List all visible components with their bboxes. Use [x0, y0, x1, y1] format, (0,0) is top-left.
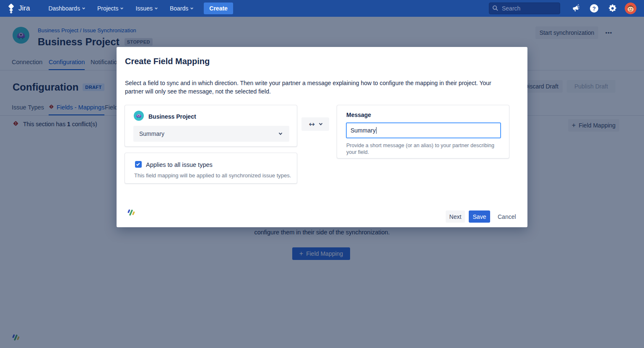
- dialog-description: Select a field to sync and in which dire…: [125, 79, 498, 96]
- source-project-name: Business Project: [148, 113, 196, 120]
- top-navigation: Jira Dashboards Projects Issues Boards C…: [0, 0, 644, 17]
- chevron-down-icon: [82, 6, 85, 9]
- chevron-down-icon: [279, 131, 282, 135]
- nav-boards[interactable]: Boards: [170, 5, 193, 12]
- cancel-button[interactable]: Cancel: [495, 210, 519, 223]
- source-field-card: Business Project Summary: [125, 105, 297, 147]
- save-button[interactable]: Save: [469, 210, 490, 223]
- chevron-down-icon: [155, 6, 158, 9]
- applies-label[interactable]: Applies to all issue types: [146, 161, 213, 168]
- search-box: [489, 3, 560, 14]
- sync-direction-select[interactable]: ↔: [301, 117, 329, 131]
- chevron-down-icon: [120, 6, 123, 9]
- applies-checkbox[interactable]: [135, 161, 142, 168]
- applies-helper-text: This field mapping will be applied to al…: [134, 172, 291, 179]
- search-input[interactable]: [489, 3, 560, 14]
- message-card: Message Summary Provide a short message …: [337, 105, 509, 158]
- next-button[interactable]: Next: [446, 210, 465, 223]
- field-select-value: Summary: [139, 130, 164, 137]
- checkmark-icon: [136, 162, 140, 166]
- user-avatar[interactable]: [625, 3, 636, 14]
- message-input[interactable]: Summary: [346, 122, 501, 138]
- bidirectional-arrow-icon: ↔: [309, 121, 314, 128]
- nav-dashboards[interactable]: Dashboards: [48, 5, 85, 12]
- settings-gear-icon[interactable]: [606, 2, 619, 15]
- search-icon: [492, 5, 499, 13]
- svg-text:?: ?: [592, 5, 596, 12]
- message-helper-text: Provide a short message (or an alias) to…: [346, 142, 501, 156]
- chevron-down-icon: [319, 122, 322, 125]
- help-icon[interactable]: ?: [588, 2, 600, 15]
- nav-projects[interactable]: Projects: [97, 5, 123, 12]
- backbone-logo: [126, 209, 136, 220]
- message-label: Message: [346, 112, 371, 118]
- field-select[interactable]: Summary: [133, 126, 289, 142]
- create-field-mapping-dialog: Create Field Mapping Select a field to s…: [117, 47, 527, 227]
- announcements-icon[interactable]: [569, 2, 582, 15]
- dialog-title: Create Field Mapping: [125, 57, 210, 66]
- text-cursor: [376, 127, 377, 134]
- jira-logo[interactable]: Jira: [7, 3, 30, 13]
- chevron-down-icon: [190, 6, 193, 9]
- nav-issues[interactable]: Issues: [135, 5, 157, 12]
- create-button[interactable]: Create: [204, 3, 233, 14]
- project-avatar-small: [134, 111, 144, 122]
- applies-card: Applies to all issue types This field ma…: [125, 153, 297, 184]
